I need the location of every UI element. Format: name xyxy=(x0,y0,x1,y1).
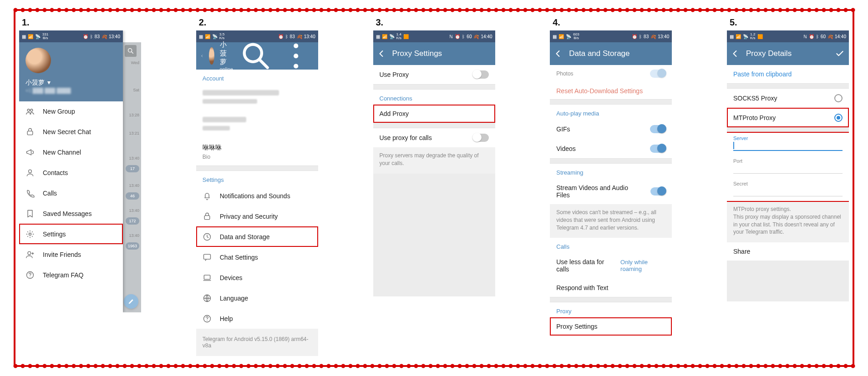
row-label: Share xyxy=(733,248,750,255)
row-label: Stream Videos and Audio Files xyxy=(556,184,642,199)
share-row[interactable]: Share xyxy=(727,242,849,261)
port-field[interactable]: Port xyxy=(727,155,849,178)
server-label: Server xyxy=(733,135,843,141)
settings-appbar: 小菠萝 online xyxy=(196,42,318,70)
proxy-settings-row[interactable]: Proxy Settings xyxy=(550,317,672,336)
back-icon[interactable] xyxy=(731,50,740,58)
videos-toggle[interactable] xyxy=(650,145,665,153)
drawer-item-invite-friends[interactable]: Invite Friends xyxy=(19,245,123,265)
back-icon[interactable] xyxy=(554,50,563,58)
drawer-item-settings[interactable]: Settings xyxy=(19,224,123,244)
lock-icon xyxy=(25,127,35,136)
row-label: SOCKS5 Proxy xyxy=(733,95,777,102)
socks5-radio[interactable] xyxy=(834,94,843,102)
reset-auto-download[interactable]: Reset Auto-Download Settings xyxy=(550,82,672,99)
data-storage-appbar: Data and Storage xyxy=(550,42,672,65)
account-phone-row[interactable] xyxy=(196,85,318,111)
secret-label: Secret xyxy=(733,181,843,186)
more-icon[interactable] xyxy=(279,39,313,73)
step-1-label: 1. xyxy=(22,17,141,28)
row-label: Privacy and Security xyxy=(220,213,278,220)
port-input[interactable] xyxy=(733,164,843,174)
drawer-item-new-secret-chat[interactable]: New Secret Chat xyxy=(19,121,123,142)
step-3-label: 3. xyxy=(376,17,495,28)
search-icon[interactable] xyxy=(125,45,137,57)
use-proxy-calls-toggle[interactable] xyxy=(473,134,489,142)
row-label: Reset Auto-Download Settings xyxy=(556,87,643,95)
chevron-down-icon[interactable]: ▾ xyxy=(47,79,51,86)
avatar[interactable] xyxy=(25,48,51,73)
videos-row[interactable]: Videos xyxy=(550,139,672,158)
drawer-username: 小菠萝 xyxy=(25,79,45,86)
settings-language[interactable]: Language xyxy=(196,288,318,308)
compose-fab[interactable] xyxy=(124,294,138,309)
row-label: Photos xyxy=(556,70,573,77)
drawer-item-telegram-faq[interactable]: Telegram FAQ xyxy=(19,265,123,285)
settings-chat[interactable]: Chat Settings xyxy=(196,247,318,267)
settings-notifications[interactable]: Notifications and Sounds xyxy=(196,186,318,206)
drawer-label: Settings xyxy=(43,231,66,238)
avatar[interactable] xyxy=(209,47,214,65)
drawer-item-calls[interactable]: Calls xyxy=(19,183,123,203)
paste-clipboard-row[interactable]: Paste from clipboard xyxy=(727,65,849,83)
account-bio-row[interactable]: 咻咻咻 Bio xyxy=(196,138,318,165)
step-3: 3. ▦📶📡1.4K/s🟧 ℕ⏰ᛒ60🍂14:40 Proxy Settings… xyxy=(373,15,495,296)
settings-devices[interactable]: Devices xyxy=(196,267,318,288)
mtproto-row[interactable]: MTProto Proxy xyxy=(727,108,849,127)
add-proxy-row[interactable]: Add Proxy xyxy=(373,105,495,123)
secret-field[interactable]: Secret xyxy=(727,178,849,201)
search-icon[interactable] xyxy=(239,39,273,73)
behind-time: 13:28 xyxy=(129,113,139,117)
back-icon[interactable] xyxy=(201,51,203,60)
use-proxy-row[interactable]: Use Proxy xyxy=(373,65,495,84)
row-label: GIFs xyxy=(556,125,570,133)
row-label: Videos xyxy=(556,145,576,152)
stream-toggle[interactable] xyxy=(650,187,666,196)
stream-row[interactable]: Stream Videos and Audio Files xyxy=(550,179,672,204)
bookmark-icon xyxy=(25,209,35,218)
gifs-toggle[interactable] xyxy=(650,125,665,133)
drawer-label: Telegram FAQ xyxy=(43,271,83,279)
photos-row[interactable]: Photos xyxy=(550,65,672,82)
behind-time: 13:40 xyxy=(129,183,139,188)
use-proxy-toggle[interactable] xyxy=(473,70,489,79)
gifs-row[interactable]: GIFs xyxy=(550,120,672,139)
drawer-item-new-group[interactable]: New Group xyxy=(19,101,123,121)
drawer-label: Contacts xyxy=(43,169,68,176)
laptop-icon xyxy=(203,273,212,282)
megaphone-icon xyxy=(25,148,35,157)
server-input[interactable] xyxy=(733,141,843,151)
use-proxy-calls-row[interactable]: Use proxy for calls xyxy=(373,128,495,147)
drawer-item-contacts[interactable]: Contacts xyxy=(19,162,123,183)
unread-badge: 46 xyxy=(126,192,139,200)
section-streaming: Streaming xyxy=(550,164,672,179)
row-label: Use less data for calls xyxy=(556,258,612,273)
back-icon[interactable] xyxy=(378,50,386,58)
section-settings: Settings xyxy=(196,171,318,186)
proxy-fields-group: Server Port Secret xyxy=(727,133,849,201)
drawer-item-saved-messages[interactable]: Saved Messages xyxy=(19,203,123,224)
photos-toggle[interactable] xyxy=(650,70,665,78)
settings-data-storage[interactable]: Data and Storage xyxy=(196,226,318,247)
gear-icon xyxy=(25,230,35,239)
chat-icon xyxy=(203,253,212,262)
check-icon[interactable] xyxy=(835,49,844,58)
wifi-icon: 📡 xyxy=(35,34,41,39)
row-label: Devices xyxy=(220,274,243,281)
step-2: 2. ▦📶📡3.5K/s ⏰ᛒ83🍂13:40 小菠萝 online Accou… xyxy=(196,15,318,356)
drawer-item-new-channel[interactable]: New Channel xyxy=(19,142,123,162)
socks5-row[interactable]: SOCKS5 Proxy xyxy=(727,89,849,108)
night-mode-icon[interactable] xyxy=(107,48,117,57)
settings-privacy[interactable]: Privacy and Security xyxy=(196,206,318,226)
drawer-label: Saved Messages xyxy=(43,210,91,217)
person-icon xyxy=(25,168,35,177)
server-field[interactable]: Server xyxy=(727,133,849,155)
secret-input[interactable] xyxy=(733,186,843,196)
account-username-row[interactable] xyxy=(196,111,318,138)
settings-help[interactable]: Help xyxy=(196,308,318,329)
mtproto-radio[interactable] xyxy=(834,114,843,122)
drawer-header: 小菠萝▾ +1 ███ ███ ████ xyxy=(19,42,123,101)
alipay-icon: 🟧 xyxy=(403,34,409,39)
respond-text-row[interactable]: Respond with Text xyxy=(550,278,672,297)
less-data-row[interactable]: Use less data for callsOnly while roamin… xyxy=(550,253,672,278)
